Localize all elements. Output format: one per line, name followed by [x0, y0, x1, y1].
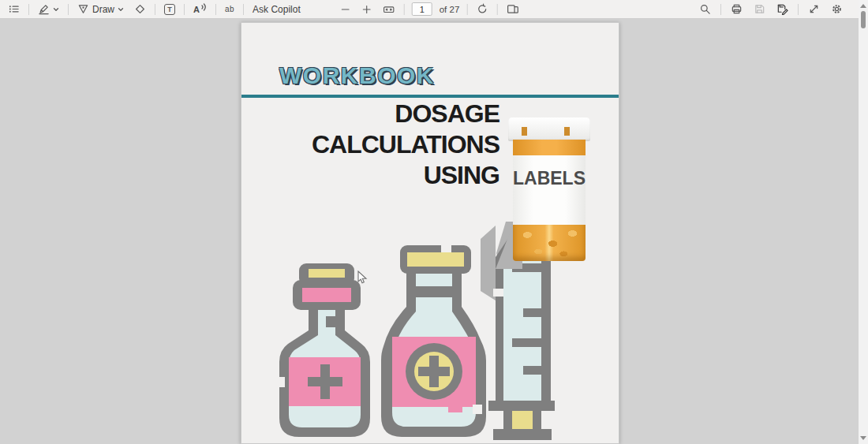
draw-pen-icon — [77, 3, 89, 15]
pdf-toolbar: Draw T A ab Ask Copilot — [0, 0, 859, 19]
table-of-contents-button[interactable] — [6, 1, 21, 18]
page-view-button[interactable] — [504, 1, 520, 18]
toolbar-center-group: of 27 — [339, 0, 521, 18]
zoom-out-icon — [340, 4, 351, 15]
zoom-in-icon — [361, 4, 372, 15]
read-aloud-icon: A — [193, 5, 200, 14]
eraser-icon — [134, 3, 146, 15]
translate-icon: ab — [225, 5, 234, 13]
toolbar-separator — [243, 4, 244, 15]
scroll-down-arrow-icon[interactable] — [860, 436, 866, 440]
scroll-up-arrow-icon[interactable] — [860, 4, 866, 8]
pill-bottle-label: LABELS — [513, 155, 586, 225]
pill-bottle-band — [513, 140, 586, 155]
rotate-button[interactable] — [474, 1, 489, 18]
ask-copilot-button[interactable]: Ask Copilot — [251, 1, 302, 18]
eraser-button[interactable] — [133, 1, 148, 18]
toolbar-separator — [215, 4, 216, 15]
settings-gear-icon — [831, 3, 843, 15]
page-view-icon — [506, 3, 518, 15]
text-box-icon: T — [164, 4, 175, 15]
rotate-icon — [476, 3, 488, 15]
toolbar-separator — [720, 4, 721, 15]
teal-divider-rule — [241, 95, 619, 98]
toolbar-separator — [184, 4, 185, 15]
fit-to-width-button[interactable] — [381, 1, 397, 18]
highlighter-button[interactable] — [36, 1, 61, 18]
fullscreen-icon — [808, 3, 820, 15]
fullscreen-button[interactable] — [806, 1, 821, 18]
toolbar-separator — [466, 4, 467, 15]
print-button[interactable] — [729, 1, 744, 18]
pill-bottle-cap — [508, 118, 590, 141]
pill-bottle-pills — [513, 225, 586, 261]
toolbar-separator — [798, 4, 799, 15]
add-text-button[interactable]: T — [163, 1, 177, 18]
headline-line-2: CALCULATIONS — [312, 129, 499, 160]
pill-bottle-image: LABELS — [508, 116, 590, 263]
document-headline: DOSAGE CALCULATIONS USING — [312, 99, 499, 191]
toolbar-separator — [155, 4, 155, 15]
sound-waves-icon — [201, 3, 207, 11]
translate-button[interactable]: ab — [223, 1, 236, 18]
settings-button[interactable] — [829, 1, 844, 18]
read-aloud-button[interactable]: A — [192, 1, 208, 18]
save-icon — [754, 3, 765, 15]
toolbar-separator — [28, 4, 29, 15]
zoom-in-button[interactable] — [360, 1, 374, 18]
table-of-contents-icon — [8, 3, 20, 15]
scrollbar-thumb[interactable] — [861, 11, 866, 28]
toolbar-separator — [68, 4, 69, 15]
large-vial-illustration — [381, 244, 486, 437]
search-button[interactable] — [698, 1, 713, 18]
toolbar-separator — [496, 4, 497, 15]
cap-notch — [522, 127, 527, 136]
draw-button[interactable]: Draw — [76, 1, 125, 18]
document-viewer: WORKBOOK DOSAGE CALCULATIONS USING — [0, 19, 859, 444]
save-button[interactable] — [752, 1, 767, 18]
chevron-down-icon — [53, 6, 59, 13]
mouse-cursor — [357, 271, 369, 285]
vertical-scrollbar[interactable] — [859, 0, 868, 444]
print-icon — [731, 3, 743, 15]
headline-line-1: DOSAGE — [312, 99, 499, 129]
toolbar-right-group — [698, 0, 844, 18]
toolbar-separator — [404, 4, 405, 15]
zoom-out-button[interactable] — [339, 1, 353, 18]
page-number-input[interactable] — [412, 2, 432, 16]
page-count-label: of 27 — [440, 5, 460, 14]
pdf-page: WORKBOOK DOSAGE CALCULATIONS USING — [241, 22, 619, 444]
search-icon — [699, 3, 711, 15]
chevron-down-icon — [118, 6, 124, 13]
small-medicine-bottle-illustration — [277, 263, 370, 437]
save-as-button[interactable] — [775, 1, 790, 18]
cap-notch — [564, 127, 570, 136]
highlighter-icon — [38, 3, 50, 15]
toolbar-left-group: Draw T A ab Ask Copilot — [0, 1, 302, 18]
draw-label: Draw — [92, 4, 114, 15]
save-as-icon — [776, 3, 788, 15]
workbook-title: WORKBOOK — [279, 62, 435, 89]
ask-copilot-label: Ask Copilot — [253, 4, 301, 15]
pill-bottle-label-text: LABELS — [513, 168, 586, 189]
fit-to-width-icon — [383, 4, 395, 15]
headline-line-3: USING — [312, 160, 499, 191]
